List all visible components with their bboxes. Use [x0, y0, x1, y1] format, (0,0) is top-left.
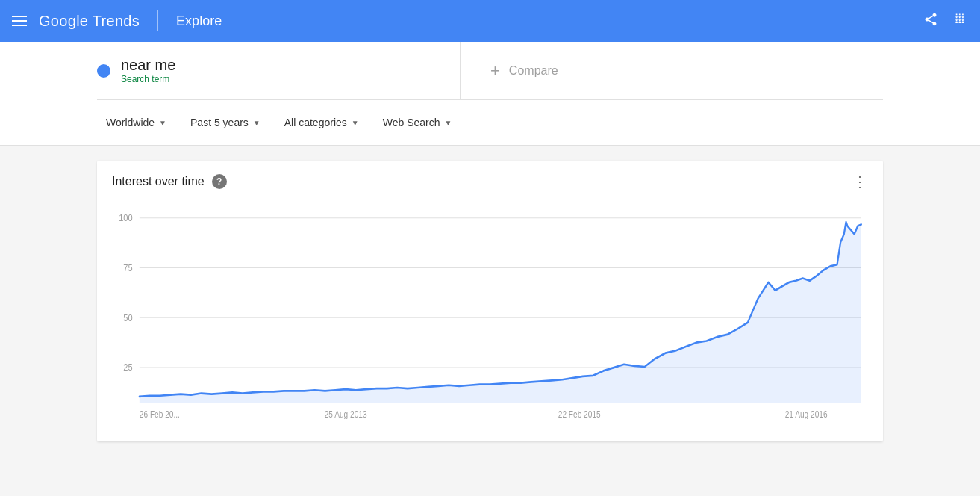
svg-marker-9 — [140, 222, 861, 403]
logo-trends: Trends — [88, 13, 140, 29]
term-color-dot — [97, 64, 110, 78]
location-filter-label: Worldwide — [106, 117, 155, 128]
more-options-icon[interactable]: ⋮ — [852, 173, 868, 190]
svg-text:26 Feb 20...: 26 Feb 20... — [140, 409, 180, 419]
category-filter[interactable]: All categories ▼ — [275, 112, 368, 133]
trend-chart: 100 75 50 25 26 Feb 20... 25 Aug 2013 22… — [112, 210, 868, 419]
search-type-filter[interactable]: Web Search ▼ — [374, 112, 461, 133]
card-title-row: Interest over time ? — [112, 174, 227, 189]
filters-row: Worldwide ▼ Past 5 years ▼ All categorie… — [97, 100, 883, 145]
header-divider — [157, 10, 158, 31]
time-filter-label: Past 5 years — [190, 117, 249, 128]
svg-text:100: 100 — [119, 212, 133, 223]
term-name: near me — [121, 57, 175, 74]
category-chevron-icon: ▼ — [352, 119, 359, 127]
location-filter[interactable]: Worldwide ▼ — [97, 112, 175, 133]
term-info: near me Search term — [121, 57, 175, 84]
svg-text:21 Aug 2016: 21 Aug 2016 — [785, 409, 828, 419]
header-right — [923, 12, 968, 31]
location-chevron-icon: ▼ — [159, 119, 166, 127]
category-filter-label: All categories — [284, 117, 347, 128]
compare-plus-icon: + — [490, 61, 500, 81]
logo: Google Trends — [39, 13, 140, 30]
svg-text:22 Feb 2015: 22 Feb 2015 — [558, 409, 601, 419]
app-header: Google Trends Explore — [0, 0, 980, 42]
share-icon[interactable] — [923, 12, 938, 31]
search-term-box: near me Search term — [97, 42, 461, 99]
svg-text:25 Aug 2013: 25 Aug 2013 — [325, 409, 367, 419]
logo-google: Google — [39, 13, 88, 29]
search-area: near me Search term + Compare Worldwide … — [0, 42, 980, 146]
header-left: Google Trends Explore — [12, 10, 222, 31]
chart-area: 100 75 50 25 26 Feb 20... 25 Aug 2013 22… — [97, 202, 883, 441]
apps-icon[interactable] — [953, 12, 968, 31]
help-icon[interactable]: ? — [212, 174, 227, 189]
compare-label: Compare — [509, 64, 558, 78]
search-type-filter-label: Web Search — [383, 117, 440, 128]
svg-text:75: 75 — [123, 262, 133, 273]
search-row: near me Search term + Compare — [97, 42, 883, 100]
time-filter[interactable]: Past 5 years ▼ — [181, 112, 269, 133]
header-explore-label: Explore — [176, 13, 222, 29]
svg-text:50: 50 — [123, 312, 133, 323]
time-chevron-icon: ▼ — [253, 119, 260, 127]
main-content: Interest over time ? ⋮ 100 75 50 25 — [0, 146, 980, 456]
svg-text:25: 25 — [123, 362, 133, 373]
hamburger-menu[interactable] — [12, 16, 27, 26]
interest-over-time-card: Interest over time ? ⋮ 100 75 50 25 — [97, 161, 883, 441]
search-type-chevron-icon: ▼ — [444, 119, 452, 127]
card-title: Interest over time — [112, 175, 205, 188]
compare-box[interactable]: + Compare — [461, 42, 883, 99]
card-header: Interest over time ? ⋮ — [97, 161, 883, 202]
term-type: Search term — [121, 74, 175, 84]
